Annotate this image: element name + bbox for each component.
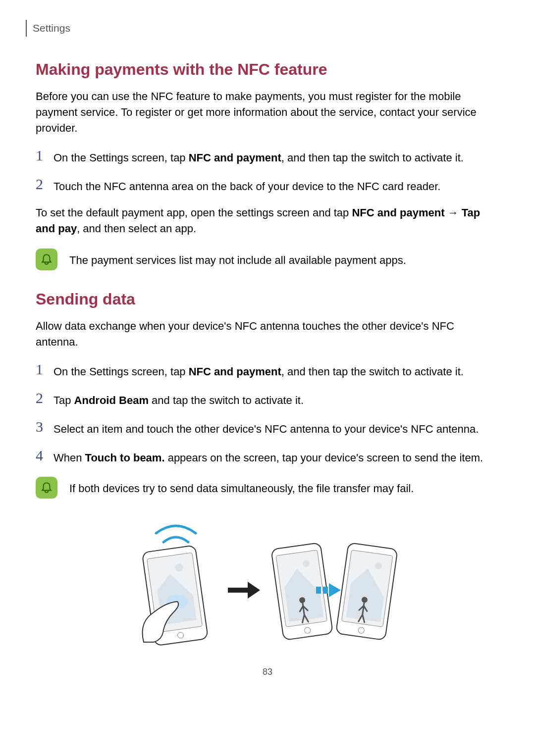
step-text: Select an item and touch the other devic…: [54, 419, 479, 437]
section2-intro: Allow data exchange when your device's N…: [36, 318, 499, 350]
step-number: 2: [36, 177, 54, 192]
section1-note: The payment services list may not includ…: [36, 249, 499, 270]
bell-icon: [36, 249, 57, 270]
section2-step-3: 3 Select an item and touch the other dev…: [36, 419, 499, 437]
step-number: 4: [36, 448, 54, 463]
section2-step-2: 2 Tap Android Beam and tap the switch to…: [36, 391, 499, 408]
section1-heading: Making payments with the NFC feature: [36, 60, 499, 79]
bell-icon: [36, 477, 57, 499]
step-text: Tap Android Beam and tap the switch to a…: [54, 391, 304, 408]
step-text: Touch the NFC antenna area on the back o…: [54, 177, 440, 195]
page-number: 83: [36, 667, 499, 677]
section1-after: To set the default payment app, open the…: [36, 205, 499, 237]
note-text: The payment services list may not includ…: [69, 249, 406, 268]
step-text: On the Settings screen, tap NFC and paym…: [54, 148, 464, 166]
step-number: 1: [36, 148, 54, 163]
svg-rect-10: [316, 587, 321, 594]
section1-step-1: 1 On the Settings screen, tap NFC and pa…: [36, 148, 499, 166]
document-page: Settings Making payments with the NFC fe…: [0, 0, 535, 697]
step-number: 2: [36, 391, 54, 405]
step-text: When Touch to beam. appears on the scree…: [54, 448, 483, 466]
header-rule: Settings: [26, 20, 499, 37]
section1-intro: Before you can use the NFC feature to ma…: [36, 89, 499, 136]
breadcrumb: Settings: [33, 22, 70, 34]
nfc-beam-illustration: [36, 518, 499, 647]
svg-rect-11: [323, 587, 328, 594]
section2-step-1: 1 On the Settings screen, tap NFC and pa…: [36, 362, 499, 380]
section2-heading: Sending data: [36, 290, 499, 308]
section2-note: If both devices try to send data simulta…: [36, 477, 499, 499]
step-number: 1: [36, 362, 54, 377]
step-number: 3: [36, 419, 54, 434]
step-text: On the Settings screen, tap NFC and paym…: [54, 362, 464, 380]
section2-step-4: 4 When Touch to beam. appears on the scr…: [36, 448, 499, 466]
section1-step-2: 2 Touch the NFC antenna area on the back…: [36, 177, 499, 195]
note-text: If both devices try to send data simulta…: [69, 477, 414, 497]
